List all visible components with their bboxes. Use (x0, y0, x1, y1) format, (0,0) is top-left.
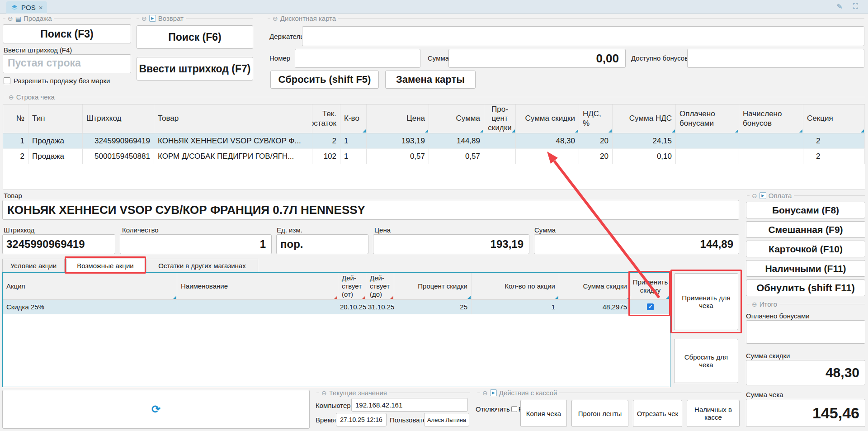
card-replace-button[interactable]: Замена карты (385, 71, 476, 89)
header-cell[interactable]: Сумма скидки (559, 273, 631, 299)
collapse-icon[interactable]: ⊖ (482, 390, 488, 396)
product-sum-value: 144,89 (534, 234, 739, 254)
group-payment-title: Оплата (769, 192, 792, 199)
group-refund-title: Возврат (158, 14, 184, 22)
header-cell[interactable]: Применить скидку (631, 273, 670, 299)
promo-row[interactable]: Скидка 25% 20.10.25 31.10.25 25 1 48,297… (3, 300, 670, 314)
tab-other-stores-stock[interactable]: Остатки в других магазинах (146, 259, 258, 272)
cell: 2 (803, 133, 865, 149)
header-cell[interactable]: Процент скидки (394, 273, 472, 299)
tab-promo-conditions[interactable]: Условие акции (2, 259, 65, 272)
group-refund: ⊖ ▶ Возврат (137, 14, 253, 22)
card-number-input[interactable] (295, 49, 420, 68)
header-cell[interactable]: Товар (154, 104, 312, 133)
bonus-available-input[interactable] (687, 49, 864, 68)
cell: 1 (3, 133, 28, 149)
collapse-icon[interactable]: ⊖ (752, 193, 757, 199)
receipt-copy-button[interactable]: Копия чека (520, 400, 567, 427)
header-cell[interactable]: Оплачено бонусами (676, 104, 739, 133)
apply-for-receipt-button[interactable]: Применить для чека (674, 273, 738, 330)
card-reset-button[interactable]: Сбросить (shift F5) (270, 71, 379, 89)
reset-for-receipt-button[interactable]: Сбросить для чека (674, 339, 738, 383)
collapse-icon[interactable]: ⊖ (321, 390, 327, 396)
cell: 20 (579, 149, 613, 164)
receipt-row-1[interactable]: 1 Продажа 3245990969419 КОНЬЯК ХЕННЕСИ V… (3, 133, 865, 149)
collapse-icon[interactable]: ⊖ (142, 15, 147, 22)
clear-receipt-button[interactable]: Обнулить (shift F11) (746, 279, 865, 296)
receipt-row-2[interactable]: 2 Продажа 5000159450881 КОРМ Д/СОБАК ПЕД… (3, 149, 865, 164)
product-qty-value[interactable]: 1 (120, 234, 272, 254)
cell (676, 133, 739, 149)
cell (177, 300, 338, 314)
header-cell[interactable]: Сумма (429, 104, 484, 133)
card-number-label: Номер (269, 54, 290, 62)
apply-discount-cell[interactable] (631, 300, 670, 314)
product-unit-value: пор. (276, 234, 368, 254)
apply-discount-checkbox[interactable] (647, 303, 654, 310)
product-name: КОНЬЯК ХЕННЕСИ VSOP СУВ/КОР ФРАНЦИЯ 0.7Л… (2, 200, 739, 220)
collapse-icon[interactable]: ⊖ (8, 15, 13, 22)
group-current-values: ⊖ Текущие значения (316, 389, 470, 397)
refresh-panel[interactable]: ⟳ (2, 390, 310, 429)
no-mark-checkbox[interactable] (4, 77, 10, 84)
header-cell[interactable]: Цена (367, 104, 429, 133)
cell: 144,89 (429, 133, 484, 149)
cell: 1 (340, 133, 367, 149)
header-cell[interactable]: № (3, 104, 28, 133)
group-totals: ⊖ Итого (747, 300, 865, 308)
header-cell[interactable]: Дей- ствует (от) (338, 273, 366, 299)
cell: 48,30 (516, 133, 579, 149)
header-cell[interactable]: К-во (340, 104, 367, 133)
disable-label: Отключить (476, 405, 510, 413)
cell: 2 (803, 149, 865, 164)
group-totals-title: Итого (760, 300, 777, 308)
holder-input[interactable] (302, 26, 864, 46)
list-icon: ▤ (15, 15, 21, 22)
close-icon[interactable]: × (39, 4, 43, 11)
cell (484, 149, 516, 164)
tab-possible-promos[interactable]: Возможные акции (66, 259, 144, 272)
refund-search-button[interactable]: Поиск (F6) (137, 25, 253, 49)
header-cell[interactable]: Дей- ствует (до) (366, 273, 394, 299)
header-cell[interactable]: Штрихкод (83, 104, 154, 133)
header-cell[interactable]: Кол-во по акции (472, 273, 559, 299)
sale-search-button[interactable]: Поиск (F3) (3, 24, 131, 43)
expand-icon[interactable]: ⛶ (853, 2, 858, 10)
header-cell[interactable]: Тек. остаток (312, 104, 340, 133)
cell: 0,57 (367, 149, 429, 164)
disable-checkbox-row[interactable]: Отключить Р (476, 405, 523, 413)
header-cell[interactable]: Сумма скидки (516, 104, 579, 133)
header-cell[interactable]: Тип (28, 104, 83, 133)
collapse-icon[interactable]: ⊖ (9, 94, 14, 100)
pay-bonus-button[interactable]: Бонусами (F8) (746, 202, 865, 218)
cut-receipt-button[interactable]: Отрезать чек (633, 400, 682, 427)
header-cell[interactable]: Наименование (177, 273, 338, 299)
collapse-icon[interactable]: ⊖ (752, 301, 757, 308)
collapse-icon[interactable]: ⊖ (273, 15, 278, 22)
refund-barcode-button[interactable]: Ввести штрихкод (F7) (137, 57, 253, 81)
paid-bonus-value (746, 320, 865, 344)
header-cell[interactable]: Секция (803, 104, 865, 133)
header-cell[interactable]: Начислено бонусов (739, 104, 803, 133)
group-discount-card-title: Дисконтная карта (280, 14, 336, 22)
header-cell[interactable]: Про- цент скидки (484, 104, 516, 133)
edit-icon[interactable]: ✎ (837, 2, 843, 11)
no-mark-checkbox-row[interactable]: Разрешить продажу без марки (4, 77, 110, 85)
product-label: Товар (4, 192, 22, 199)
receipt-table: № Тип Штрихкод Товар Тек. остаток К-во Ц… (3, 104, 865, 190)
sale-barcode-input[interactable] (3, 54, 131, 73)
header-cell[interactable]: Акция (3, 273, 177, 299)
tab-pos[interactable]: POS × (6, 1, 47, 14)
header-cell[interactable]: Сумма НДС (613, 104, 676, 133)
computer-label: Компьютер (316, 402, 351, 409)
disable-checkbox[interactable] (511, 406, 517, 412)
cell: 31.10.25 (366, 300, 394, 314)
pay-mixed-button[interactable]: Смешанная (F9) (746, 221, 865, 238)
header-cell[interactable]: НДС, % (579, 104, 613, 133)
pay-cash-button[interactable]: Наличными (F11) (746, 260, 865, 277)
discount-sum-label: Сумма скидки (746, 352, 790, 360)
cash-in-drawer-button[interactable]: Наличных в кассе (687, 400, 740, 427)
feed-tape-button[interactable]: Прогон ленты (571, 400, 628, 427)
pay-card-button[interactable]: Карточкой (F10) (746, 241, 865, 257)
refresh-icon[interactable]: ⟳ (151, 403, 160, 416)
